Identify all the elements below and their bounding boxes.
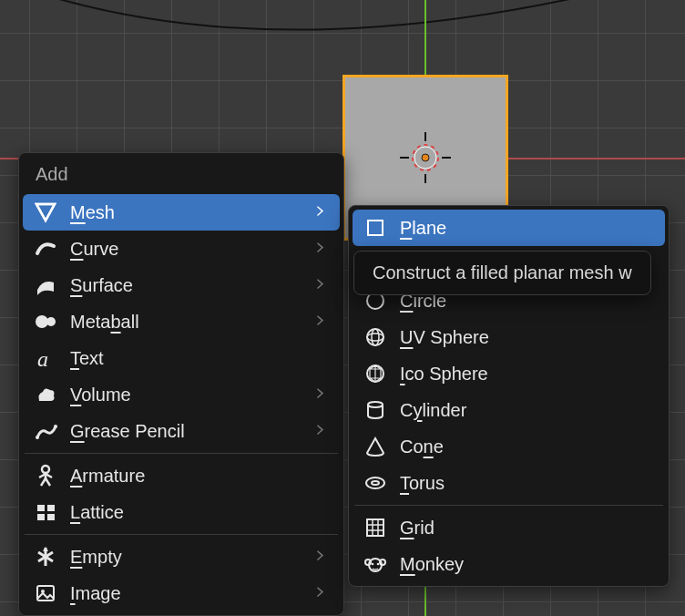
add-menu-item-label: Mesh — [70, 202, 314, 223]
chevron-right-icon — [314, 200, 331, 224]
mesh-submenu-item-label: Ico Sphere — [400, 364, 656, 385]
chevron-right-icon — [314, 310, 331, 334]
image-icon — [32, 580, 59, 607]
mesh-submenu-item-cylinder[interactable]: Cylinder — [353, 392, 665, 428]
mesh-submenu-item-plane[interactable]: Plane — [353, 210, 665, 246]
add-menu-item-text[interactable]: Text — [23, 340, 340, 376]
mesh-submenu-item-grid[interactable]: Grid — [353, 509, 665, 546]
add-menu[interactable]: Add MeshCurveSurfaceMetaballTextVolumeGr… — [18, 152, 344, 616]
uvsphere-icon — [362, 323, 389, 351]
add-menu-item-label: Text — [70, 348, 331, 369]
chevron-right-icon — [314, 545, 331, 569]
cone-icon — [362, 433, 389, 460]
torus-icon — [362, 469, 389, 497]
grease-icon — [32, 417, 59, 445]
chevron-right-icon — [314, 419, 331, 443]
tooltip: Construct a filled planar mesh w — [353, 251, 651, 295]
chevron-right-icon — [314, 237, 331, 261]
add-menu-item-label: Empty — [70, 547, 314, 568]
add-menu-item-label: Curve — [70, 239, 314, 260]
add-menu-item-metaball[interactable]: Metaball — [23, 303, 340, 340]
add-menu-item-empty[interactable]: Empty — [23, 539, 340, 575]
mesh-submenu-item-label: Cone — [400, 436, 656, 457]
mesh-submenu-item-label: Plane — [400, 218, 656, 239]
add-menu-item-label: Image — [70, 583, 314, 604]
add-menu-item-curve[interactable]: Curve — [23, 231, 340, 267]
surface-icon — [32, 272, 59, 299]
mesh-icon — [32, 199, 59, 226]
mesh-submenu-item-monkey[interactable]: Monkey — [353, 546, 665, 582]
add-menu-separator — [25, 453, 338, 454]
mesh-submenu-item-cone[interactable]: Cone — [353, 428, 665, 465]
add-menu-item-label: Volume — [70, 385, 314, 406]
chevron-right-icon — [314, 273, 331, 297]
monkey-icon — [362, 550, 389, 578]
add-menu-title: Add — [23, 157, 340, 194]
icosphere-icon — [362, 360, 389, 387]
text-icon — [32, 344, 59, 372]
mesh-submenu-item-torus[interactable]: Torus — [353, 465, 665, 501]
empty-icon — [32, 543, 59, 570]
metaball-icon — [32, 308, 59, 335]
add-menu-item-label: Surface — [70, 275, 314, 296]
mesh-submenu-item-label: Monkey — [400, 554, 656, 575]
add-menu-item-surface[interactable]: Surface — [23, 267, 340, 303]
mesh-submenu-item-label: UV Sphere — [400, 327, 656, 348]
add-menu-item-armature[interactable]: Armature — [23, 457, 340, 494]
plane-icon — [362, 214, 389, 241]
add-menu-item-image[interactable]: Image — [23, 575, 340, 611]
add-menu-item-mesh[interactable]: Mesh — [23, 194, 340, 231]
volume-icon — [32, 381, 59, 408]
add-menu-items: MeshCurveSurfaceMetaballTextVolumeGrease… — [23, 194, 340, 611]
mesh-submenu-item-uv-sphere[interactable]: UV Sphere — [353, 319, 665, 355]
mesh-submenu-item-ico-sphere[interactable]: Ico Sphere — [353, 355, 665, 392]
lattice-icon — [32, 498, 59, 526]
add-menu-item-grease-pencil[interactable]: Grease Pencil — [23, 413, 340, 449]
chevron-right-icon — [314, 383, 331, 406]
add-menu-item-volume[interactable]: Volume — [23, 376, 340, 413]
add-menu-item-label: Armature — [70, 466, 331, 487]
grid-icon — [362, 514, 389, 541]
tooltip-text: Construct a filled planar mesh w — [373, 262, 632, 282]
mesh-submenu-item-label: Grid — [400, 518, 656, 539]
add-menu-separator — [25, 534, 338, 535]
add-menu-item-lattice[interactable]: Lattice — [23, 494, 340, 530]
cylinder-icon — [362, 396, 389, 424]
mesh-submenu-item-label: Cylinder — [400, 400, 656, 421]
chevron-right-icon — [314, 581, 331, 605]
add-menu-item-label: Lattice — [70, 502, 331, 523]
mesh-submenu-item-label: Torus — [400, 473, 656, 494]
add-menu-item-label: Grease Pencil — [70, 421, 314, 442]
armature-icon — [32, 462, 59, 489]
mesh-submenu-separator — [354, 505, 663, 506]
curve-icon — [32, 235, 59, 262]
add-menu-item-label: Metaball — [70, 312, 314, 333]
